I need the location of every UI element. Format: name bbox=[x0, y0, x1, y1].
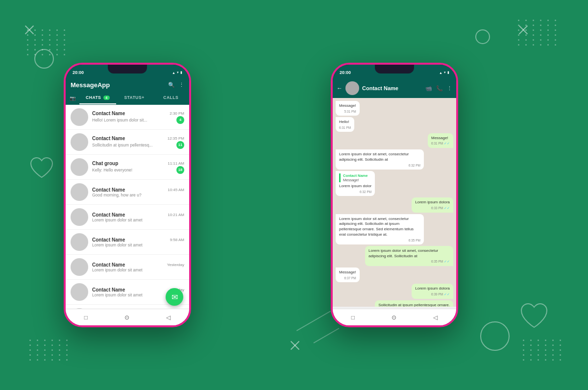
message-time: 5:31 PM bbox=[339, 110, 356, 113]
phone2-video-icon[interactable]: 📹 bbox=[425, 85, 432, 92]
message-time: 6:31 PM bbox=[339, 126, 351, 129]
chat-preview: Lorem ipsum dolor sit amet bbox=[92, 292, 143, 297]
chat-list-item[interactable]: Contact Name9:58 AMLorem ipsum dolor sit… bbox=[66, 230, 189, 255]
message-text: Lorem ipsum dolor sit amet, consectetur … bbox=[339, 217, 420, 238]
message-tick: ✓✓ bbox=[444, 142, 450, 145]
phone1-status-tab[interactable]: STATUS+ bbox=[116, 92, 153, 104]
phone1-camera-tab[interactable]: 📷 bbox=[66, 93, 79, 104]
chat-time: 10:21 AM bbox=[168, 213, 184, 217]
chat-list-item[interactable]: Chat group11:11 AMKelly: Hello everyone!… bbox=[66, 155, 189, 180]
phone2-call-icon[interactable]: 📞 bbox=[436, 85, 443, 92]
message-text: Lorem ipsum dolor sit amet, consectetur … bbox=[339, 152, 420, 163]
chat-list-item[interactable]: Contact Name10:21 AMLorem ipsum dolor si… bbox=[66, 205, 189, 230]
chat-list-item[interactable]: Contact Name12:35 PMSollicitudin at ipsu… bbox=[66, 130, 189, 155]
phone1-wifi: ▾ bbox=[177, 71, 179, 74]
message-text: Sollicitudin at ipsum pellentesque ornar… bbox=[378, 303, 450, 307]
message-time: 6:31 PM ✓✓ bbox=[431, 142, 450, 146]
unread-badge: 18 bbox=[176, 166, 184, 174]
message-text: Lorem ipsum dolor sit amet, consectetur … bbox=[368, 248, 450, 259]
nav-back-icon[interactable]: ◁ bbox=[166, 314, 171, 321]
nav2-home-icon[interactable]: ⊙ bbox=[392, 314, 396, 321]
phone2-bottom-nav: □ ⊙ ◁ bbox=[333, 309, 456, 325]
chat-name: Contact Name bbox=[92, 287, 125, 292]
chat-info: Contact NameYesterdayLorem ipsum dolor s… bbox=[92, 262, 184, 272]
phone1-wrapper: 20:00 ▲ ▾ ▮ MessageApp 🔍 ⋮ 📷 CHAT bbox=[64, 63, 191, 327]
phone2-contact-name: Contact Name bbox=[362, 85, 422, 91]
message-text: Lorem ipsum dolora bbox=[415, 200, 450, 205]
nav2-back-icon[interactable]: ◁ bbox=[433, 314, 438, 321]
message-bubble: Hello!6:31 PM bbox=[336, 117, 354, 132]
phone1-battery: ▮ bbox=[180, 71, 182, 74]
chat-avatar bbox=[71, 258, 88, 276]
phone2: 20:00 ▲ ▾ ▮ ← Contact Name 📹 📞 ⋮ bbox=[331, 63, 458, 327]
dot-grid-topright: const dg2 = document.currentScript.paren… bbox=[518, 20, 559, 46]
chat-preview: Kelly: Hello everyone! bbox=[92, 168, 132, 172]
message-bubble: Lorem ipsum dolor sit amet, consectetur … bbox=[365, 246, 453, 267]
chat-name: Contact Name bbox=[92, 187, 125, 193]
message-time: 6:32 PM bbox=[339, 190, 371, 194]
phone2-back-button[interactable]: ← bbox=[337, 85, 343, 92]
chat-info: Contact Name10:45 AMGood morning, how ar… bbox=[92, 187, 184, 197]
phone1-app-header: MessageApp 🔍 ⋮ bbox=[66, 78, 189, 92]
decoration-line-1 bbox=[296, 311, 331, 331]
chat-name: Contact Name bbox=[92, 237, 125, 243]
chat-name: Contact Name bbox=[92, 111, 125, 116]
chat-avatar bbox=[71, 158, 88, 176]
message-bubble: Lorem ipsum dolora6:39 PM ✓✓ bbox=[412, 284, 453, 299]
message-text: Message! bbox=[339, 103, 356, 109]
unread-badge: 4 bbox=[176, 116, 184, 124]
message-text: Hello! bbox=[339, 120, 351, 125]
decoration-heart-right bbox=[519, 303, 549, 331]
phone1: 20:00 ▲ ▾ ▮ MessageApp 🔍 ⋮ 📷 CHAT bbox=[64, 63, 191, 327]
chat-list-item[interactable]: Contact NameYesterdayLorem ipsum dolor s… bbox=[66, 255, 189, 280]
nav-square-icon[interactable]: □ bbox=[84, 314, 88, 321]
message-bubble: Message!6:31 PM ✓✓ bbox=[428, 133, 453, 148]
chat-preview: Hello! Lorem ipsum dolor sit... bbox=[92, 118, 147, 122]
message-time: 6:37 PM bbox=[339, 276, 356, 280]
chat-preview: Lorem ipsum dolor sit amet bbox=[92, 243, 143, 247]
quoted-text: Message! bbox=[343, 178, 371, 182]
phone2-action-icons: 📹 📞 ⋮ bbox=[425, 85, 452, 92]
nav-home-icon[interactable]: ⊙ bbox=[124, 314, 129, 321]
chat-avatar bbox=[71, 108, 88, 126]
decoration-x-bottomcenter bbox=[289, 339, 301, 351]
message-time: 6:35 PM ✓✓ bbox=[368, 260, 450, 264]
phone1-app-title: MessageApp bbox=[71, 81, 110, 89]
message-tick: ✓✓ bbox=[444, 292, 450, 296]
phone1-bottom-nav: □ ⊙ ◁ bbox=[66, 309, 189, 325]
chat-info: Contact Name12:35 PMSollicitudin at ipsu… bbox=[92, 136, 184, 149]
chat-preview: Good morning, how are u? bbox=[92, 193, 142, 197]
phone1-signal: ▲ bbox=[172, 71, 175, 74]
phone2-menu-icon[interactable]: ⋮ bbox=[447, 85, 452, 92]
message-bubble: Message!6:37 PM bbox=[336, 268, 360, 282]
phone1-chats-tab[interactable]: CHATS 4 bbox=[79, 92, 116, 104]
nav2-square-icon[interactable]: □ bbox=[351, 314, 355, 321]
chat-list-item[interactable]: Contact Name2:30 PMHello! Lorem ipsum do… bbox=[66, 105, 189, 130]
chat-avatar bbox=[71, 133, 88, 151]
chat-time: 2:30 PM bbox=[170, 111, 184, 116]
dot-grid-bottomright: const dg4 = document.currentScript.paren… bbox=[523, 340, 564, 361]
phone2-signal: ▲ bbox=[439, 71, 442, 74]
phone2-chat-header: ← Contact Name 📹 📞 ⋮ bbox=[333, 78, 456, 98]
dot-grid-bottomleft: const dg3 = document.currentScript.paren… bbox=[29, 340, 70, 361]
message-time: 6:39 PM ✓✓ bbox=[415, 292, 450, 296]
phone1-search-icon[interactable]: 🔍 bbox=[168, 82, 175, 88]
message-bubble: Message!5:31 PM bbox=[336, 101, 360, 116]
chat-time: Yesterday bbox=[167, 263, 184, 267]
chat-avatar bbox=[71, 233, 88, 251]
phone2-battery: ▮ bbox=[447, 71, 449, 74]
phone1-calls-tab[interactable]: CALLS bbox=[152, 92, 189, 104]
phone2-wrapper: 20:00 ▲ ▾ ▮ ← Contact Name 📹 📞 ⋮ bbox=[331, 63, 458, 327]
chat-name: Chat group bbox=[92, 161, 118, 166]
message-bubble: Sollicitudin at ipsum pellentesque ornar… bbox=[375, 300, 453, 307]
chat-list-item[interactable]: Contact Name10:45 AMGood morning, how ar… bbox=[66, 180, 189, 205]
phone2-contact-avatar bbox=[345, 81, 359, 95]
quoted-message: Contact NameMessage! bbox=[339, 173, 371, 182]
phone1-status-icons: ▲ ▾ ▮ bbox=[172, 71, 182, 74]
phone2-notch bbox=[375, 65, 414, 73]
phone1-fab[interactable]: ✉ bbox=[166, 288, 183, 306]
chat-time: 10:45 AM bbox=[168, 188, 184, 192]
phone1-menu-icon[interactable]: ⋮ bbox=[179, 82, 184, 88]
phone2-wifi: ▾ bbox=[444, 71, 446, 74]
decoration-heart-left bbox=[29, 157, 54, 181]
